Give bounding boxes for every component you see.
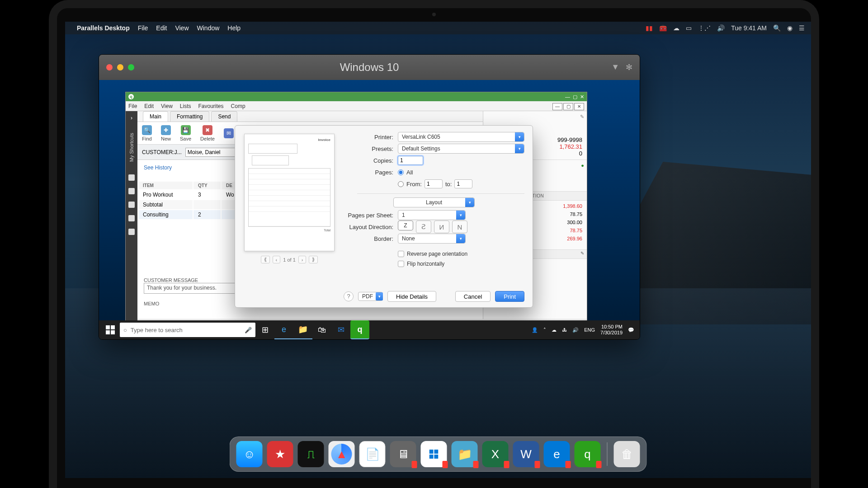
hide-details-button[interactable]: Hide Details — [387, 291, 436, 302]
shortcut-item[interactable] — [128, 174, 135, 181]
pager-prev-button[interactable]: ‹ — [273, 256, 281, 263]
border-select[interactable]: None▾ — [398, 234, 466, 244]
store-taskbar-icon[interactable]: 🛍 — [312, 320, 331, 339]
shortcuts-expand-icon[interactable]: › — [131, 115, 132, 121]
flip-checkbox[interactable] — [398, 261, 404, 267]
task-view-icon[interactable]: ⊞ — [255, 320, 274, 339]
parallels-status-icon[interactable]: ▮▮ — [646, 24, 653, 32]
pager-first-button[interactable]: ⟪ — [261, 256, 270, 263]
dock-activity-monitor-icon[interactable]: ⎍ — [298, 441, 324, 467]
shortcut-item[interactable] — [128, 202, 135, 208]
email-button[interactable]: ✉ — [224, 128, 234, 138]
menubar-help[interactable]: Help — [227, 24, 241, 32]
pps-select[interactable]: 1▾ — [398, 210, 466, 220]
qb-max-icon[interactable]: ▢ — [573, 94, 577, 100]
menubar-app-name[interactable]: Parallels Desktop — [77, 24, 130, 32]
find-button[interactable]: 🔍Find — [142, 125, 152, 141]
dock-explorer-icon[interactable]: 📁 — [452, 441, 478, 467]
vm-titlebar[interactable]: Windows 10 ▼ ✻ — [99, 55, 640, 80]
customer-message-select[interactable]: Thank you for your business. — [144, 283, 248, 294]
printer-select[interactable]: VersaLink C605▾ — [398, 132, 524, 142]
qb-menu-edit[interactable]: Edit — [144, 103, 154, 109]
help-button[interactable]: ? — [344, 291, 354, 301]
tray-chevron-icon[interactable]: ˄ — [543, 327, 546, 333]
window-maximize-button[interactable] — [128, 64, 134, 70]
menubar-clock[interactable]: Tue 9:41 AM — [731, 24, 767, 32]
tab-formatting[interactable]: Formatting — [170, 111, 209, 122]
shortcut-item[interactable] — [128, 229, 135, 235]
menubar-window[interactable]: Window — [197, 24, 220, 32]
volume-icon[interactable]: 🔊 — [717, 24, 725, 32]
inner-max-icon[interactable]: ▢ — [563, 103, 573, 110]
qb-menu-favourites[interactable]: Favourites — [198, 103, 224, 109]
new-button[interactable]: ✚New — [161, 125, 171, 141]
inner-min-icon[interactable]: — — [552, 103, 562, 110]
dock-windows-start-icon[interactable] — [421, 441, 447, 467]
dock-trash-icon[interactable]: 🗑 — [614, 441, 640, 467]
dir-n-button[interactable]: И — [434, 221, 449, 233]
menubar-view[interactable]: View — [175, 24, 189, 32]
print-button[interactable]: Print — [495, 291, 524, 302]
qb-menu-file[interactable]: File — [128, 103, 137, 109]
qb-min-icon[interactable]: — — [565, 94, 570, 99]
pdf-menu-button[interactable]: PDF▾ — [358, 292, 383, 301]
dock-safari-icon[interactable]: ▲ — [329, 441, 355, 467]
qb-menu-company[interactable]: Comp — [231, 103, 245, 109]
start-button[interactable] — [101, 320, 120, 339]
dock-edge-icon[interactable]: e — [544, 441, 570, 467]
dock-quickbooks-icon[interactable]: q — [575, 441, 601, 467]
qb-titlebar[interactable]: q — ▢ ✕ — [126, 92, 587, 101]
tab-send[interactable]: Send — [211, 111, 237, 122]
tab-main[interactable]: Main — [143, 111, 168, 122]
window-minimize-button[interactable] — [117, 64, 123, 70]
dock-excel-icon[interactable]: X — [482, 441, 509, 467]
network-icon[interactable]: 🖧 — [562, 327, 567, 333]
dir-nn-button[interactable]: N — [452, 221, 467, 233]
menubar-file[interactable]: File — [138, 24, 148, 32]
edit-notes-icon[interactable]: ✎ — [580, 251, 585, 256]
action-center-icon[interactable]: 💬 — [628, 327, 634, 333]
save-button[interactable]: 💾Save — [180, 125, 191, 141]
from-input[interactable] — [425, 179, 443, 188]
edit-icon[interactable]: ● — [581, 163, 584, 168]
inner-close-icon[interactable]: ✕ — [574, 103, 584, 110]
onedrive-icon[interactable]: ☁ — [552, 327, 557, 333]
window-close-button[interactable] — [106, 64, 113, 70]
dock-coherence-monitor-icon[interactable]: 🖥 — [390, 441, 416, 467]
notification-center-icon[interactable]: ☰ — [799, 24, 805, 32]
delete-button[interactable]: ✖Delete — [200, 125, 215, 141]
vm-settings-icon[interactable]: ✻ — [626, 62, 632, 72]
pager-next-button[interactable]: › — [298, 256, 307, 263]
cloud-icon[interactable]: ☁︎ — [673, 24, 679, 32]
shortcut-item[interactable] — [128, 188, 135, 194]
edit-customer-icon[interactable]: ✎ — [580, 114, 584, 120]
reverse-checkbox[interactable] — [398, 251, 404, 257]
dir-s-button[interactable]: Ƨ — [416, 221, 431, 233]
section-select[interactable]: Layout▾ — [393, 197, 475, 207]
dock-finder-icon[interactable]: ☺ — [236, 441, 263, 467]
copies-input[interactable] — [398, 156, 423, 165]
cancel-button[interactable]: Cancel — [455, 291, 491, 302]
people-icon[interactable]: 👤 — [532, 327, 538, 333]
shortcut-item[interactable] — [128, 215, 135, 221]
pages-all-radio[interactable] — [398, 169, 404, 175]
spotlight-icon[interactable]: 🔍 — [773, 24, 781, 32]
qb-close-icon[interactable]: ✕ — [580, 94, 584, 100]
outlook-taskbar-icon[interactable]: ✉ — [331, 320, 350, 339]
edge-taskbar-icon[interactable]: e — [274, 320, 293, 339]
pager-last-button[interactable]: ⟫ — [309, 256, 318, 263]
dock-word-icon[interactable]: W — [513, 441, 539, 467]
airplay-icon[interactable]: ▭ — [686, 24, 692, 32]
dock-textedit-icon[interactable]: 📄 — [359, 441, 386, 467]
menubar-edit[interactable]: Edit — [156, 24, 167, 32]
dock-wunderlist-icon[interactable]: ★ — [267, 441, 293, 467]
tray-volume-icon[interactable]: 🔊 — [572, 327, 579, 333]
tray-lang[interactable]: ENG — [584, 327, 595, 333]
siri-icon[interactable]: ◉ — [787, 24, 793, 32]
taskbar-clock[interactable]: 10:50 PM7/30/2019 — [600, 324, 623, 336]
dir-z-button[interactable]: Z — [398, 221, 413, 230]
qb-menu-lists[interactable]: Lists — [180, 103, 191, 109]
qb-menu-view[interactable]: View — [161, 103, 173, 109]
to-input[interactable] — [454, 179, 472, 188]
toolbox-icon[interactable]: 🧰 — [659, 24, 667, 32]
